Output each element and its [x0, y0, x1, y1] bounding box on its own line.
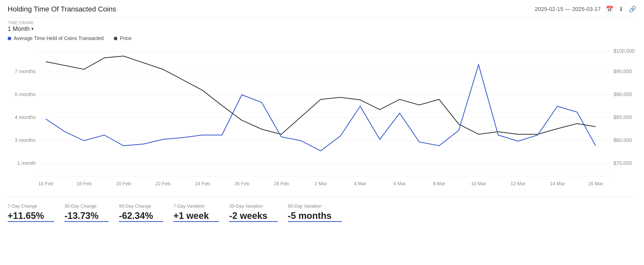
svg-text:10 Mar: 10 Mar [471, 181, 486, 186]
timeframe-value: 1 Month [8, 25, 30, 32]
svg-text:1 month: 1 month [17, 160, 36, 166]
stat-item: 90-Day Variation -5 months [288, 204, 342, 222]
stat-value: +1 week [173, 210, 209, 221]
stats-divider [8, 197, 636, 197]
stat-value: -13.73% [64, 210, 99, 221]
header-controls: 2025-02-15 — 2025-03-17 📅 ⬇ 🔗 [535, 6, 636, 13]
stat-item: 7-Day Variation +1 week [173, 204, 219, 222]
svg-text:14 Mar: 14 Mar [550, 181, 565, 186]
svg-text:4 months: 4 months [15, 114, 36, 120]
stat-item: 30-Day Change -13.73% [64, 204, 109, 222]
svg-text:$100,000: $100,000 [613, 48, 635, 54]
stat-value: -2 weeks [229, 210, 267, 221]
stat-label: 7-Day Change [8, 204, 44, 209]
stat-value: -62.34% [119, 210, 153, 221]
svg-text:8 Mar: 8 Mar [433, 181, 445, 186]
page-title: Holding Time Of Transacted Coins [8, 5, 116, 13]
timeframe-label: TIME FRAME [8, 21, 636, 25]
legend-dot-blue [8, 37, 11, 40]
svg-text:$80,000: $80,000 [613, 137, 632, 143]
svg-text:$85,000: $85,000 [613, 114, 632, 120]
download-icon[interactable]: ⬇ [619, 6, 624, 13]
stat-item: 7-Day Change +11.65% [8, 204, 54, 222]
svg-text:12 Mar: 12 Mar [510, 181, 526, 186]
svg-text:$90,000: $90,000 [613, 91, 632, 97]
legend-item-blue: Average Time Held of Coins Transacted [8, 35, 104, 41]
svg-text:3 months: 3 months [15, 137, 36, 143]
header-divider [8, 17, 636, 18]
svg-text:$75,000: $75,000 [613, 160, 632, 166]
chart-area: 7 months 6 months 4 months 3 months 1 mo… [8, 44, 636, 192]
stat-label: 90-Day Change [119, 204, 153, 209]
svg-text:24 Feb: 24 Feb [195, 181, 210, 186]
link-icon[interactable]: 🔗 [629, 6, 636, 13]
svg-text:7 months: 7 months [15, 69, 36, 74]
svg-text:26 Feb: 26 Feb [234, 181, 249, 186]
legend-label-2: Price [120, 35, 132, 41]
legend-label-1: Average Time Held of Coins Transacted [14, 35, 104, 41]
stat-item: 30-Day Variation -2 weeks [229, 204, 277, 222]
svg-text:2 Mar: 2 Mar [315, 181, 327, 186]
svg-text:16 Feb: 16 Feb [38, 181, 53, 186]
chart-legend: Average Time Held of Coins Transacted Pr… [8, 35, 636, 41]
stat-label: 7-Day Variation [173, 204, 209, 209]
stat-label: 30-Day Change [64, 204, 99, 209]
legend-dot-dark [114, 37, 117, 40]
timeframe-section: TIME FRAME 1 Month ▾ [8, 21, 636, 32]
svg-text:20 Feb: 20 Feb [116, 181, 131, 186]
svg-text:6 months: 6 months [15, 91, 36, 97]
svg-text:28 Feb: 28 Feb [274, 181, 289, 186]
svg-text:4 Mar: 4 Mar [354, 181, 367, 186]
calendar-icon: 📅 [606, 6, 613, 13]
stat-value: +11.65% [8, 210, 44, 221]
stat-item: 90-Day Change -62.34% [119, 204, 163, 222]
svg-text:18 Feb: 18 Feb [76, 181, 91, 186]
chevron-down-icon: ▾ [31, 26, 34, 32]
timeframe-select[interactable]: 1 Month ▾ [8, 25, 636, 32]
stats-row: 7-Day Change +11.65% 30-Day Change -13.7… [8, 201, 636, 224]
date-range: 2025-02-15 — 2025-03-17 [535, 6, 601, 12]
stat-value: -5 months [288, 210, 332, 221]
stat-label: 90-Day Variation [288, 204, 332, 209]
stat-label: 30-Day Variation [229, 204, 267, 209]
svg-text:$95,000: $95,000 [613, 69, 632, 74]
svg-text:6 Mar: 6 Mar [394, 181, 406, 186]
legend-item-dark: Price [114, 35, 132, 41]
chart-svg: 7 months 6 months 4 months 3 months 1 mo… [8, 44, 636, 192]
svg-text:22 Feb: 22 Feb [155, 181, 170, 186]
svg-text:16 Mar: 16 Mar [588, 181, 603, 186]
